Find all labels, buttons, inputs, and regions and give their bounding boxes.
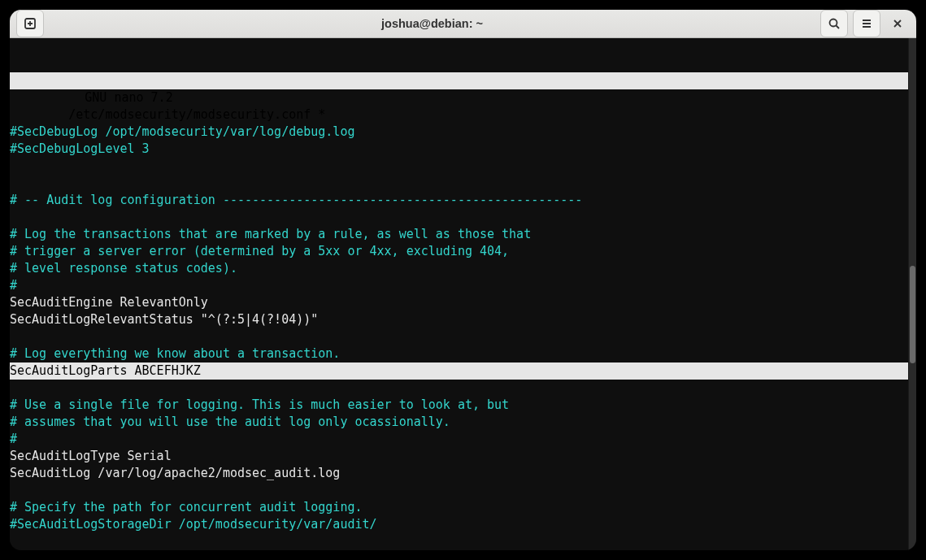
- terminal-window: joshua@debian: ~ GNU nano 7.2 /etc/modse…: [10, 10, 916, 550]
- scrollbar[interactable]: [908, 38, 916, 550]
- editor-line: # assumes that you will use the audit lo…: [10, 414, 908, 431]
- editor-line: SecAuditLog /var/log/apache2/modsec_audi…: [10, 465, 908, 482]
- editor-line: [10, 209, 908, 226]
- editor-filename: /etc/modsecurity/modsecurity.conf *: [68, 107, 325, 122]
- editor-line: #: [10, 431, 908, 448]
- editor-line: # Log everything we know about a transac…: [10, 345, 908, 362]
- svg-line-4: [837, 26, 840, 29]
- terminal-content[interactable]: GNU nano 7.2 /etc/modsecurity/modsecurit…: [10, 38, 908, 550]
- editor-line: #SecDebugLog /opt/modsecurity/var/log/de…: [10, 124, 908, 141]
- close-button[interactable]: [885, 10, 910, 37]
- editor-line: SecAuditEngine RelevantOnly: [10, 294, 908, 311]
- editor-line: #SecDebugLogLevel 3: [10, 141, 908, 158]
- editor-line: [10, 482, 908, 499]
- editor-line: # -- Audit log configuration -----------…: [10, 192, 908, 209]
- editor-line: #SecAuditLogStorageDir /opt/modsecurity/…: [10, 516, 908, 533]
- svg-point-3: [830, 20, 837, 27]
- window-title: joshua@debian: ~: [49, 17, 815, 30]
- editor-line: [10, 328, 908, 345]
- menu-button[interactable]: [853, 10, 880, 37]
- editor-line: [10, 380, 908, 397]
- editor-line: [10, 175, 908, 192]
- editor-line: # level response status codes).: [10, 260, 908, 277]
- editor-line: SecAuditLogParts ABCEFHJKZ: [10, 362, 908, 380]
- scrollbar-thumb[interactable]: [910, 266, 915, 363]
- editor-line: #: [10, 277, 908, 294]
- search-button[interactable]: [820, 10, 848, 37]
- editor-lines: #SecDebugLog /opt/modsecurity/var/log/de…: [10, 124, 908, 550]
- editor-line: # Log the transactions that are marked b…: [10, 226, 908, 243]
- editor-line: # Specify the path for concurrent audit …: [10, 499, 908, 516]
- editor-line: SecAuditLogType Serial: [10, 448, 908, 465]
- editor-line: [10, 158, 908, 175]
- new-tab-button[interactable]: [16, 10, 44, 37]
- titlebar: joshua@debian: ~: [10, 10, 916, 38]
- editor-line: # Use a single file for logging. This is…: [10, 397, 908, 414]
- nano-statusbar: GNU nano 7.2 /etc/modsecurity/modsecurit…: [10, 72, 908, 89]
- editor-name: GNU nano 7.2: [68, 90, 172, 105]
- editor-line: # trigger a server error (determined by …: [10, 243, 908, 260]
- editor-line: [10, 533, 908, 550]
- editor-line: SecAuditLogRelevantStatus "^(?:5|4(?!04)…: [10, 311, 908, 328]
